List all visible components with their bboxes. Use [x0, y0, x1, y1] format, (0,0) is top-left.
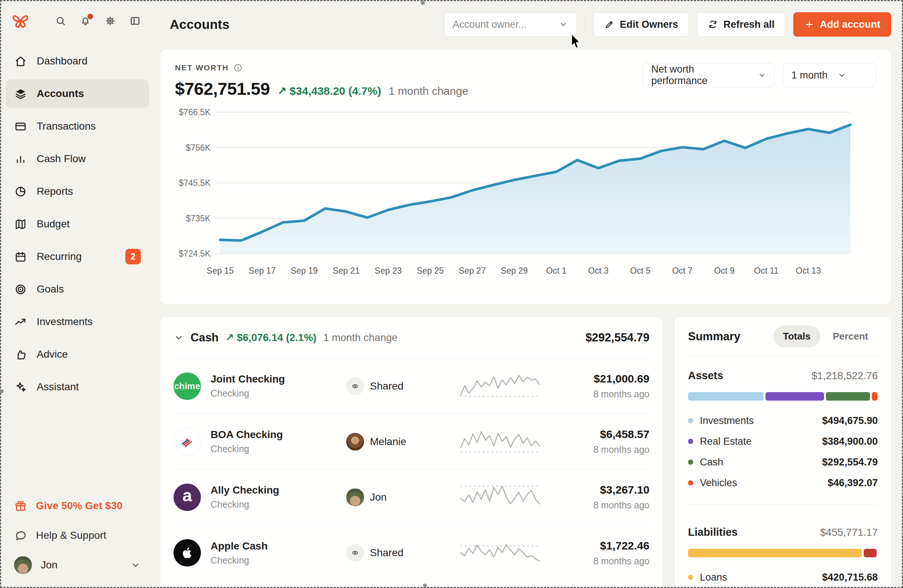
account-row-joint-checking[interactable]: chime Joint CheckingChecking Shared $21,…: [173, 358, 650, 414]
cash-section-header[interactable]: Cash ↗ $6,076.14 (2.1%) 1 month change $…: [173, 317, 650, 358]
legend-item-real-estate[interactable]: Real Estate $384,900.00: [688, 431, 878, 452]
sidebar-item-investments[interactable]: Investments: [6, 307, 149, 336]
net-worth-card: NET WORTH $762,751.59 ↗ $34,438.20 (4.7%…: [160, 50, 891, 304]
sidebar-item-label: Accounts: [37, 88, 84, 100]
edit-owners-button[interactable]: Edit Owners: [593, 12, 689, 37]
sidebar-item-transactions[interactable]: Transactions: [6, 112, 149, 141]
avatar-melanie: [346, 433, 364, 451]
net-worth-chart[interactable]: $766.5K $756K $745.5K $735K $724.5KSep 1…: [175, 106, 876, 282]
sidebar-item-recurring[interactable]: Recurring2: [6, 242, 149, 271]
summary-title: Summary: [688, 330, 740, 343]
sidebar-toggle-icon[interactable]: [129, 15, 141, 27]
avatar-jon: [346, 488, 364, 506]
account-type: Checking: [211, 444, 346, 454]
account-owner: Melanie: [346, 433, 458, 451]
pencil-icon: [604, 19, 615, 30]
time-range-value: 1 month: [791, 70, 828, 81]
account-row-apple-cash[interactable]: Apple CashChecking Shared $1,722.468 mon…: [173, 525, 650, 580]
toggle-totals[interactable]: Totals: [773, 326, 820, 347]
account-name: Ally Checking: [211, 485, 279, 496]
sidebar-item-label: Advice: [37, 348, 68, 360]
sidebar-item-label: Dashboard: [37, 55, 88, 67]
legend-item-loans[interactable]: Loans $420,715.68: [688, 567, 878, 588]
add-account-button[interactable]: Add account: [793, 12, 891, 37]
toggle-percent[interactable]: Percent: [823, 326, 878, 347]
divider: [688, 504, 878, 505]
sidebar: Dashboard Accounts Transactions Cash Flo…: [0, 0, 155, 588]
chat-bubble-icon: [14, 529, 27, 542]
add-account-label: Add account: [820, 19, 880, 30]
legend-item-vehicles[interactable]: Vehicles $46,392.07: [688, 472, 878, 493]
topbar-actions: Account owner... Edit Owners Refresh all…: [444, 12, 891, 37]
sidebar-item-label: Recurring: [37, 251, 82, 262]
layers-icon: [14, 88, 27, 100]
legend-dot: [688, 575, 693, 580]
notifications-bell-icon[interactable]: [80, 15, 91, 27]
sidebar-item-dashboard[interactable]: Dashboard: [6, 47, 149, 75]
bar-segment: [864, 549, 877, 557]
svg-text:Sep 17: Sep 17: [249, 266, 276, 276]
sidebar-item-goals[interactable]: Goals: [6, 275, 149, 304]
account-row-ally-checking[interactable]: a Ally CheckingChecking Jon $3,267.108 m…: [173, 469, 650, 525]
net-worth-value: $762,751.59: [175, 78, 270, 99]
account-owner-filter[interactable]: Account owner...: [444, 12, 577, 37]
bar-chart-icon: [14, 152, 27, 166]
referral-promo-link[interactable]: Give 50% Get $30: [6, 492, 149, 519]
search-icon[interactable]: [55, 15, 66, 27]
svg-text:Sep 23: Sep 23: [375, 266, 402, 276]
sidebar-quick-icons: [55, 15, 149, 27]
pie-chart-icon: [14, 185, 27, 198]
chevron-down-icon[interactable]: [173, 332, 184, 343]
sidebar-footer: Give 50% Get $30 Help & Support Jon: [6, 492, 149, 579]
settings-gear-icon[interactable]: [105, 15, 116, 27]
cash-section-title: Cash: [190, 331, 219, 344]
help-support-link[interactable]: Help & Support: [6, 522, 149, 549]
avatar-jon: [14, 556, 32, 574]
bank-of-america-logo: [173, 428, 201, 455]
app-window: Dashboard Accounts Transactions Cash Flo…: [0, 0, 903, 588]
svg-text:Sep 21: Sep 21: [333, 266, 360, 276]
totals-percent-toggle: Totals Percent: [773, 326, 878, 347]
user-menu[interactable]: Jon: [6, 552, 149, 579]
net-worth-label: NET WORTH: [175, 63, 229, 72]
calendar-icon: [14, 250, 27, 263]
credit-card-icon: [14, 120, 27, 133]
bar-segment: [688, 549, 862, 557]
account-row-boa-checking[interactable]: BOA CheckingChecking Melanie $6,458.578 …: [173, 414, 650, 469]
sidebar-item-label: Goals: [37, 283, 64, 295]
account-owner: Jon: [346, 488, 458, 506]
chart-type-select[interactable]: Net worth performance: [643, 63, 775, 88]
account-balance: $21,000.69: [594, 373, 650, 385]
chevron-down-icon: [758, 71, 766, 80]
liabilities-legend: Loans $420,715.68: [688, 567, 878, 588]
monarch-butterfly-logo: [11, 11, 30, 30]
account-owner: Shared: [346, 377, 458, 395]
svg-text:Oct 3: Oct 3: [588, 266, 609, 276]
liabilities-stacked-bar: [688, 549, 878, 557]
shared-icon: [346, 544, 364, 562]
account-name: Apple Cash: [211, 540, 267, 552]
sidebar-item-assistant[interactable]: Assistant: [6, 373, 149, 401]
chart-controls: Net worth performance 1 month: [643, 63, 876, 88]
legend-item-investments[interactable]: Investments $494,675.90: [688, 410, 878, 431]
legend-item-cash[interactable]: Cash $292,554.79: [688, 452, 878, 472]
bar-segment: [688, 392, 764, 401]
sidebar-item-reports[interactable]: Reports: [6, 177, 149, 206]
account-type: Checking: [211, 388, 346, 399]
plus-icon: [804, 19, 814, 30]
sidebar-item-label: Reports: [37, 185, 73, 198]
account-updated: 8 months ago: [543, 500, 650, 511]
time-range-select[interactable]: 1 month: [783, 63, 876, 88]
notification-dot: [88, 14, 93, 19]
sidebar-item-label: Assistant: [37, 381, 79, 393]
sidebar-nav: Dashboard Accounts Transactions Cash Flo…: [6, 47, 149, 401]
sidebar-item-accounts[interactable]: Accounts: [6, 79, 149, 108]
net-worth-change: ↗ $34,438.20 (4.7%): [277, 85, 381, 97]
sidebar-item-advice[interactable]: Advice: [6, 340, 149, 369]
sidebar-item-cash-flow[interactable]: Cash Flow: [6, 144, 149, 173]
promo-label: Give 50% Get $30: [36, 500, 122, 512]
account-updated: 8 months ago: [543, 556, 650, 566]
refresh-all-button[interactable]: Refresh all: [697, 12, 785, 37]
info-icon[interactable]: [233, 63, 243, 72]
sidebar-item-budget[interactable]: Budget: [6, 210, 149, 238]
